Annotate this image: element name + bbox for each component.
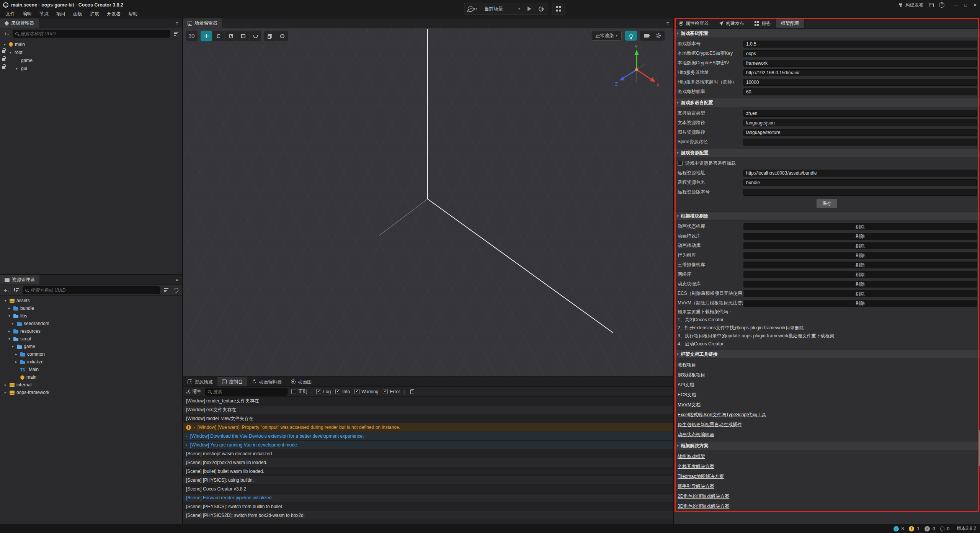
expand-arrow[interactable]: ▾: [10, 51, 15, 54]
config-input[interactable]: [743, 50, 977, 57]
pivot-tool-button[interactable]: [276, 31, 288, 41]
log-filter-toggle[interactable]: Error: [383, 389, 400, 394]
console-logs[interactable]: ! › [Window] render_texture文件夹存在 ! › [Wi…: [183, 397, 673, 524]
log-row[interactable]: ! › [Scene] [box2d]:box2d wasm lib loade…: [183, 458, 673, 467]
scene-settings-button[interactable]: [652, 31, 665, 41]
ui-tool-button[interactable]: [250, 31, 261, 41]
log-filter-toggle[interactable]: Info: [335, 389, 350, 394]
section-header-docs[interactable]: ▾框架文档工具链接: [674, 350, 980, 359]
bell-icon[interactable]: [940, 526, 944, 530]
remote-load-toggle[interactable]: 游戏中资源是否远程加载: [674, 159, 980, 168]
expand-arrow[interactable]: ▸: [15, 360, 20, 364]
tree-node[interactable]: ▾ main: [0, 40, 182, 48]
module-remove-button[interactable]: 剔除: [743, 233, 977, 240]
solution-link[interactable]: Tiledmap地图解决方案: [674, 471, 980, 481]
log-row[interactable]: ! › [Window] Download the Vue Devtools e…: [183, 432, 673, 441]
module-remove-button[interactable]: 剔除: [743, 262, 977, 268]
expand-arrow[interactable]: ▸: [8, 329, 13, 333]
regex-checkbox[interactable]: [291, 389, 296, 394]
expand-arrow[interactable]: ▾: [4, 43, 9, 46]
expand-arrow[interactable]: ▸: [15, 352, 20, 356]
add-node-button[interactable]: [2, 31, 10, 36]
solution-link[interactable]: 3D角色扮演游戏解决方案: [674, 501, 980, 511]
inspector-tab[interactable]: 构建发布: [714, 18, 750, 28]
doc-link[interactable]: MVVM文档: [674, 400, 980, 410]
tree-node[interactable]: ▾ root: [0, 48, 182, 56]
expand-arrow[interactable]: ▾: [5, 299, 10, 302]
menu-item[interactable]: 项目: [53, 10, 69, 18]
console-tab[interactable]: 动画编辑器: [247, 377, 286, 386]
tab-assets[interactable]: 资源管理器: [0, 275, 39, 284]
section-header-solutions[interactable]: ▾框架解决方案: [674, 441, 980, 450]
tree-node[interactable]: game: [0, 56, 182, 64]
config-input[interactable]: [743, 88, 977, 95]
config-input[interactable]: [743, 41, 977, 47]
log-row[interactable]: ! › [Scene] [bullet]:bullet wasm lib loa…: [183, 467, 673, 476]
log-row[interactable]: ! › [Window] render_texture文件夹存在: [183, 397, 673, 405]
menu-item[interactable]: 开发者: [103, 10, 124, 18]
module-remove-button[interactable]: 剔除: [743, 271, 977, 278]
console-tab[interactable]: 资源预览: [183, 377, 217, 386]
menu-item[interactable]: 扩展: [87, 10, 103, 18]
menu-item[interactable]: 帮助: [125, 10, 141, 18]
save-button[interactable]: 保存: [817, 199, 837, 208]
filter-checkbox[interactable]: [354, 389, 359, 394]
error-count-icon[interactable]: ✕: [924, 526, 930, 531]
config-input[interactable]: [743, 189, 977, 196]
doc-link[interactable]: ECS文档: [674, 390, 980, 400]
inspector-scrollbar[interactable]: [978, 430, 980, 466]
rect-tool-button[interactable]: [237, 31, 249, 41]
preview-target-button[interactable]: [464, 3, 481, 15]
tree-node[interactable]: ▾ game: [0, 343, 182, 350]
doc-link[interactable]: 游戏模板项目: [674, 370, 980, 380]
tree-node[interactable]: ▸ resources: [0, 327, 182, 335]
filter-checkbox[interactable]: [316, 389, 321, 394]
inspector-tab[interactable]: 框架配置: [776, 18, 805, 28]
module-remove-button[interactable]: 剔除: [743, 223, 977, 230]
assets-search-input[interactable]: [30, 288, 157, 293]
export-log-button[interactable]: [409, 389, 416, 394]
axis-gizmo[interactable]: Y X Z: [612, 45, 662, 96]
mode-3d-button[interactable]: 3D: [186, 31, 198, 41]
render-mode-dropdown[interactable]: 正常渲染: [591, 31, 622, 41]
tree-node[interactable]: ▾ libs: [0, 312, 182, 320]
solution-link[interactable]: 新手引导解决方案: [674, 481, 980, 491]
log-row[interactable]: ! › [Scene] [PHYSICS]: using builtin.: [183, 476, 673, 485]
config-input[interactable]: [743, 119, 977, 126]
solution-link[interactable]: 2D角色扮演游戏解决方案: [674, 491, 980, 501]
warning-count-icon[interactable]: !: [909, 526, 914, 531]
package-icon[interactable]: [929, 3, 934, 7]
console-tab[interactable]: 控制台: [217, 377, 247, 386]
log-row[interactable]: ! › [Scene] meshopt wasm decoder initial…: [183, 450, 673, 458]
tree-node[interactable]: ▸ gui: [0, 64, 182, 72]
doc-link[interactable]: 原生包热更新配置自动生成插件: [674, 420, 980, 430]
log-row[interactable]: ! › [Window] You are running Vue in deve…: [183, 441, 673, 450]
expand-arrow[interactable]: ▸: [12, 322, 17, 325]
window-close-button[interactable]: ✕: [973, 2, 977, 8]
tree-node[interactable]: ▸ internal: [0, 381, 182, 389]
scene-editor-panel[interactable]: 场景编辑器 ≡ 3D: [183, 18, 673, 377]
move-tool-button[interactable]: [201, 31, 212, 41]
solution-link[interactable]: 战棋游戏框架: [674, 451, 980, 461]
snap-tool-button[interactable]: [264, 31, 276, 41]
reload-button[interactable]: [535, 3, 547, 15]
scene-select-dropdown[interactable]: 当前场景: [481, 3, 524, 15]
menu-item[interactable]: 编辑: [19, 10, 35, 18]
log-row[interactable]: ! › [Window] ecs文件夹存在: [183, 405, 673, 414]
log-filter-toggle[interactable]: Warning: [354, 389, 378, 394]
config-input[interactable]: [743, 69, 977, 76]
tab-hierarchy[interactable]: 层级管理器: [0, 18, 39, 28]
config-input[interactable]: [743, 79, 977, 86]
scale-tool-button[interactable]: [225, 31, 237, 41]
log-row[interactable]: ! › [Scene] Forward render pipeline init…: [183, 494, 673, 502]
tree-node[interactable]: Main: [0, 366, 182, 373]
doc-link[interactable]: 动画状态机编辑器: [674, 430, 980, 440]
config-input[interactable]: [743, 60, 977, 67]
camera-settings-button[interactable]: [640, 31, 652, 41]
expand-arrow[interactable]: ▾: [8, 314, 13, 318]
log-row[interactable]: ! › [Scene] Cocos Creator v3.8.2: [183, 485, 673, 494]
rotate-tool-button[interactable]: [213, 31, 224, 41]
module-remove-button[interactable]: 剔除: [743, 290, 977, 297]
tree-node[interactable]: ▸ bundle: [0, 304, 182, 312]
info-count-icon[interactable]: i: [893, 526, 899, 531]
